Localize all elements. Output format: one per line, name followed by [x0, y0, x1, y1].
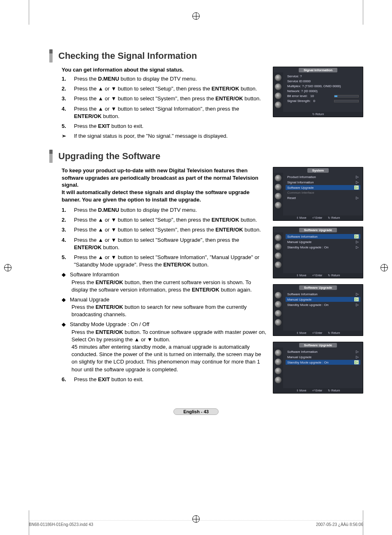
section-body: To keep your product up-to-date with new…: [62, 167, 268, 399]
chevron-right-icon: ▷: [356, 350, 359, 354]
step-number: 2.: [62, 85, 69, 93]
osd-menu-row: Manual Upgrade▷: [286, 239, 360, 244]
step-number: 4.: [62, 105, 69, 120]
page: Checking the Signal Information You can …: [0, 0, 392, 535]
osd-sidebar-icons: [273, 173, 283, 215]
chevron-right-icon: ▷: [356, 196, 359, 200]
step-number: 1.: [62, 75, 69, 83]
osd-menu-label: Manual Upgrade: [287, 355, 311, 359]
step-item: 4.Press the ▲ or ▼ button to select "Sig…: [62, 105, 268, 120]
step-item: 2.Press the ▲ or ▼ button to select "Set…: [62, 85, 268, 93]
osd-footer-return: Return: [328, 216, 340, 220]
osd-menu-label: Product Information: [287, 175, 316, 179]
step-item: 3.Press the ▲ or ▼ button to select "Sys…: [62, 95, 268, 102]
diamond-bullet-item: ◆Manual UpgradePress the ENTER/OK button…: [62, 296, 268, 319]
chevron-right-icon: ▷: [356, 180, 359, 184]
steps-list: 1.Press the D.MENU button to display the…: [62, 206, 268, 269]
osd-menu-row: Software Information▷: [286, 349, 360, 354]
bullet-body: Press the ENTER/OK button, then the curr…: [71, 279, 268, 294]
bullet-body: Press the ENTER/OK button to search for …: [71, 303, 268, 318]
intro-text: To keep your product up-to-date with new…: [62, 167, 268, 203]
osd-content: Product Information▷Signal Information▷S…: [283, 173, 363, 215]
osd-panel-system: System Product Information▷Signal Inform…: [273, 167, 363, 221]
step-text: Press the ▲ or ▼ button to select "Syste…: [74, 95, 268, 102]
osd-menu-label: Common Interface: [287, 191, 314, 195]
step-item: 5.Press the ▲ or ▼ button to select "Sof…: [62, 254, 268, 269]
osd-menu-row: Manual Upgrade▷: [286, 297, 360, 302]
section-heading-upgrading-software: Upgrading the Software: [49, 150, 363, 163]
osd-menu-label: Software Information: [287, 292, 318, 296]
chevron-right-icon: ▷: [354, 234, 359, 239]
osd-title: Signal Information: [299, 68, 337, 72]
heading-text: Checking the Signal Information: [58, 51, 197, 61]
registration-mark-bottom: [192, 515, 200, 523]
osd-footer-return: Return: [328, 331, 340, 335]
step-number: 5.: [62, 123, 69, 130]
osd-menu-row: Software Upgrade▷: [286, 185, 360, 190]
chevron-right-icon: ▷: [356, 355, 359, 359]
bullet-title: Manual Upgrade: [70, 296, 109, 303]
heading-accent-bar: [49, 150, 53, 163]
osd-menu-row: Standby Mode upgrade : On▷: [286, 302, 360, 307]
osd-menu-label: Software Information: [287, 235, 318, 239]
osd-footer: Return: [273, 112, 363, 117]
chevron-right-icon: ▷: [356, 175, 359, 179]
osd-panel-software-upgrade: Software UpgradeSoftware Information▷Man…: [273, 284, 363, 336]
steps-list: 1.Press the D.MENU button to display the…: [62, 75, 268, 130]
osd-footer-move: Move: [296, 331, 307, 335]
osd-sidebar-icons: [273, 72, 283, 112]
step-number: 4.: [62, 236, 69, 251]
step-number: 3.: [62, 226, 69, 234]
crop-line: [363, 0, 363, 25]
step-number: 5.: [62, 254, 69, 269]
osd-content: Service: ?Service ID:0000Multiplex: ? (T…: [283, 72, 363, 112]
crop-line: [29, 0, 29, 25]
step-text: Press the ▲ or ▼ button to select "Softw…: [74, 254, 268, 269]
step-text: Press the ▲ or ▼ button to select "Syste…: [74, 226, 268, 234]
osd-footer-move: Move: [296, 274, 307, 277]
osd-menu-row: Reset▷: [286, 195, 360, 200]
step-text: Press the ▲ or ▼ button to select "Softw…: [74, 236, 268, 251]
step-item: 1.Press the D.MENU button to display the…: [62, 206, 268, 214]
chevron-right-icon: ▷: [356, 245, 359, 249]
bullet-title: Standby Mode Upgrade : On / Off: [70, 321, 149, 328]
bullet-body: Press the ENTER/OK button. To continue s…: [71, 329, 268, 373]
step-item: 2.Press the ▲ or ▼ button to select "Set…: [62, 216, 268, 224]
osd-sidebar-icons: [273, 290, 283, 331]
osd-footer-return: Return: [328, 274, 340, 277]
step-item: 5.Press the EXIT button to exit.: [62, 123, 268, 130]
osd-menu-label: Software Information: [287, 350, 318, 354]
diamond-icon: ◆: [62, 271, 67, 278]
osd-menu-row: Software Information▷: [286, 292, 360, 296]
osd-footer: MoveEnterReturn: [273, 388, 363, 393]
osd-title: Software Upgrade: [299, 228, 337, 232]
osd-menu-label: Standby Mode upgrade : On: [287, 361, 329, 364]
osd-footer-enter: Enter: [312, 216, 323, 220]
osd-title: Software Upgrade: [299, 285, 337, 290]
osd-footer: Move Enter Return: [273, 215, 363, 220]
step-text: Press the EXIT button to exit.: [74, 376, 268, 383]
osd-menu-label: Manual Upgrade: [287, 240, 311, 244]
diamond-bullet-item: ◆Software InforamtionPress the ENTER/OK …: [62, 271, 268, 294]
osd-menu-row: Signal Information▷: [286, 180, 360, 185]
heading-text: Upgrading the Software: [58, 151, 160, 162]
lead-text: You can get information about the signal…: [62, 67, 268, 73]
osd-menu-label: Manual Upgrade: [287, 298, 311, 301]
osd-info-row: Service: ?: [286, 74, 360, 79]
osd-menu-row: Standby Mode upgrade : On▷: [286, 360, 360, 365]
diamond-icon: ◆: [62, 296, 67, 303]
osd-signal-strength-row: Signal Strength: 0: [286, 99, 360, 103]
osd-panel-software-upgrade: Software UpgradeSoftware Information▷Man…: [273, 342, 363, 394]
osd-footer-return: Return: [328, 389, 340, 392]
osd-menu-row: Standby Mode upgrade : On▷: [286, 245, 360, 250]
osd-panel-signal-information: Signal Information Service: ?Service ID:…: [273, 67, 363, 117]
osd-footer: MoveEnterReturn: [273, 331, 363, 336]
step-text: Press the D.MENU button to display the D…: [74, 75, 268, 83]
osd-title: Software Upgrade: [299, 343, 337, 347]
step-item: 1.Press the D.MENU button to display the…: [62, 75, 268, 83]
step-text: Press the D.MENU button to display the D…: [74, 206, 268, 214]
step-number: 2.: [62, 216, 69, 224]
diamond-bullet-list: ◆Software InforamtionPress the ENTER/OK …: [62, 271, 268, 373]
osd-menu-row: Product Information▷: [286, 174, 360, 179]
osd-info-row: Network: ? (ID 0000): [286, 89, 360, 93]
